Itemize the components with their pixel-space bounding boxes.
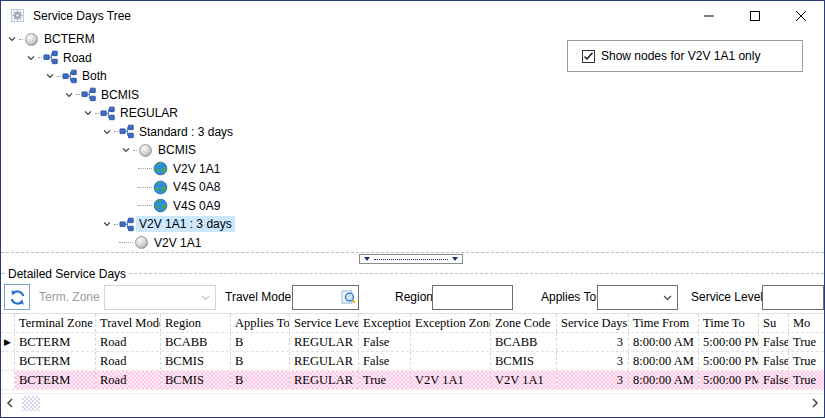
table-cell[interactable]: True xyxy=(789,352,825,370)
travel-mode-value[interactable] xyxy=(293,286,341,309)
region-input[interactable] xyxy=(432,285,513,310)
table-cell[interactable]: REGULAR xyxy=(290,333,359,351)
tree-node-label[interactable]: REGULAR xyxy=(117,105,181,121)
tree-node-label[interactable]: BCMIS xyxy=(98,87,142,103)
chevron-down-icon[interactable] xyxy=(100,219,114,229)
tree-node[interactable]: V2V 1A1 xyxy=(1,234,824,253)
chevron-down-icon[interactable] xyxy=(5,34,19,44)
table-cell[interactable]: BCTERM xyxy=(15,352,96,370)
table-cell[interactable]: 5:00:00 PM xyxy=(699,352,759,370)
tree-node-label[interactable]: Both xyxy=(79,68,110,84)
chevron-down-icon[interactable] xyxy=(100,127,114,137)
close-button[interactable] xyxy=(778,1,824,30)
tree-node[interactable]: V2V 1A1 xyxy=(1,160,824,179)
refresh-button[interactable] xyxy=(4,284,30,310)
term-zone-select[interactable] xyxy=(104,285,216,310)
tree-node-label[interactable]: BCMIS xyxy=(155,142,199,158)
column-header[interactable]: Zone Code xyxy=(491,314,557,332)
tree-node-label[interactable]: Standard : 3 days xyxy=(136,124,236,140)
table-cell[interactable]: False xyxy=(759,333,789,351)
table-cell[interactable]: Road xyxy=(96,371,161,389)
table-cell[interactable]: 3 xyxy=(557,352,629,370)
tree-node[interactable]: V4S 0A9 xyxy=(1,197,824,216)
tree-node[interactable]: V4S 0A8 xyxy=(1,178,824,197)
tree-node-label[interactable]: Road xyxy=(60,50,95,66)
column-header[interactable]: Exception xyxy=(359,314,411,332)
chevron-down-icon[interactable] xyxy=(43,71,57,81)
table-cell[interactable]: BCMIS xyxy=(491,352,557,370)
maximize-button[interactable] xyxy=(732,1,778,30)
tree-node[interactable]: BCMIS xyxy=(1,141,824,160)
applies-to-select[interactable] xyxy=(597,285,678,310)
region-value[interactable] xyxy=(433,286,512,309)
chevron-down-icon[interactable] xyxy=(81,108,95,118)
table-cell[interactable]: 8:00:00 AM xyxy=(629,333,699,351)
table-cell[interactable]: BCABB xyxy=(161,333,231,351)
tree-node[interactable]: Standard : 3 days xyxy=(1,123,824,142)
applies-to-value[interactable] xyxy=(598,286,663,309)
table-cell[interactable]: False xyxy=(759,371,789,389)
tree-node-label[interactable]: V2V 1A1 xyxy=(170,161,223,177)
column-header[interactable]: Time To xyxy=(699,314,759,332)
chevron-down-icon[interactable] xyxy=(119,145,133,155)
table-cell[interactable]: Road xyxy=(96,333,161,351)
tree-node-label[interactable]: V4S 0A8 xyxy=(170,179,223,195)
row-selector[interactable] xyxy=(1,352,15,370)
column-header[interactable]: Travel Mode xyxy=(96,314,161,332)
table-cell[interactable]: V2V 1A1 xyxy=(491,371,557,389)
row-selector[interactable]: ▶ xyxy=(1,333,15,351)
table-cell[interactable]: True xyxy=(359,371,411,389)
row-selector[interactable] xyxy=(1,371,15,389)
tree-node-label[interactable]: V2V 1A1 xyxy=(151,235,204,251)
tree-node[interactable]: BCMIS xyxy=(1,86,824,105)
table-cell[interactable]: BCMIS xyxy=(161,371,231,389)
horizontal-scrollbar[interactable] xyxy=(1,393,824,412)
chevron-down-icon[interactable] xyxy=(24,53,38,63)
tree-node-label[interactable]: BCTERM xyxy=(41,31,98,47)
column-header[interactable]: Applies To xyxy=(231,314,290,332)
column-header[interactable]: Mo xyxy=(789,314,825,332)
table-cell[interactable]: B xyxy=(231,371,290,389)
service-level-input[interactable] xyxy=(762,285,824,310)
table-cell[interactable]: REGULAR xyxy=(290,352,359,370)
table-cell[interactable]: 3 xyxy=(557,371,629,389)
table-cell[interactable]: 3 xyxy=(557,333,629,351)
chevron-down-icon[interactable] xyxy=(62,90,76,100)
table-row[interactable]: BCTERMRoadBCMISBREGULARFalseBCMIS38:00:0… xyxy=(1,352,824,371)
scroll-left-icon[interactable] xyxy=(1,398,19,408)
table-cell[interactable]: True xyxy=(789,371,825,389)
table-cell[interactable]: False xyxy=(359,333,411,351)
table-cell[interactable]: 5:00:00 PM xyxy=(699,333,759,351)
column-header[interactable]: Exception Zone xyxy=(411,314,491,332)
table-cell[interactable] xyxy=(411,352,491,370)
table-cell[interactable]: False xyxy=(759,352,789,370)
table-cell[interactable]: False xyxy=(359,352,411,370)
column-header[interactable]: Su xyxy=(759,314,789,332)
table-cell[interactable]: V2V 1A1 xyxy=(411,371,491,389)
scrollbar-thumb[interactable] xyxy=(22,396,40,411)
column-header[interactable]: Time From xyxy=(629,314,699,332)
table-cell[interactable] xyxy=(411,333,491,351)
lookup-magnifier-icon[interactable] xyxy=(341,290,356,305)
column-header[interactable]: Terminal Zone xyxy=(15,314,96,332)
tree-node-label[interactable]: V4S 0A9 xyxy=(170,198,223,214)
table-row[interactable]: BCTERMRoadBCMISBREGULARTrueV2V 1A1V2V 1A… xyxy=(1,371,824,390)
table-cell[interactable]: 5:00:00 PM xyxy=(699,371,759,389)
scroll-right-icon[interactable] xyxy=(806,398,824,408)
table-cell[interactable]: BCABB xyxy=(491,333,557,351)
travel-mode-input[interactable] xyxy=(292,285,359,310)
splitter-collapse-control[interactable] xyxy=(359,254,463,264)
table-cell[interactable]: 8:00:00 AM xyxy=(629,352,699,370)
table-cell[interactable]: B xyxy=(231,352,290,370)
tree-node[interactable]: REGULAR xyxy=(1,104,824,123)
table-cell[interactable]: True xyxy=(789,333,825,351)
show-nodes-checkbox[interactable] xyxy=(582,50,595,63)
column-header[interactable]: Region xyxy=(161,314,231,332)
table-cell[interactable]: REGULAR xyxy=(290,371,359,389)
table-cell[interactable]: BCMIS xyxy=(161,352,231,370)
term-zone-value[interactable] xyxy=(105,286,201,309)
tree-node-label[interactable]: V2V 1A1 : 3 days xyxy=(136,216,235,232)
tree-node[interactable]: V2V 1A1 : 3 days xyxy=(1,215,824,234)
table-cell[interactable]: BCTERM xyxy=(15,333,96,351)
service-level-value[interactable] xyxy=(763,286,823,309)
